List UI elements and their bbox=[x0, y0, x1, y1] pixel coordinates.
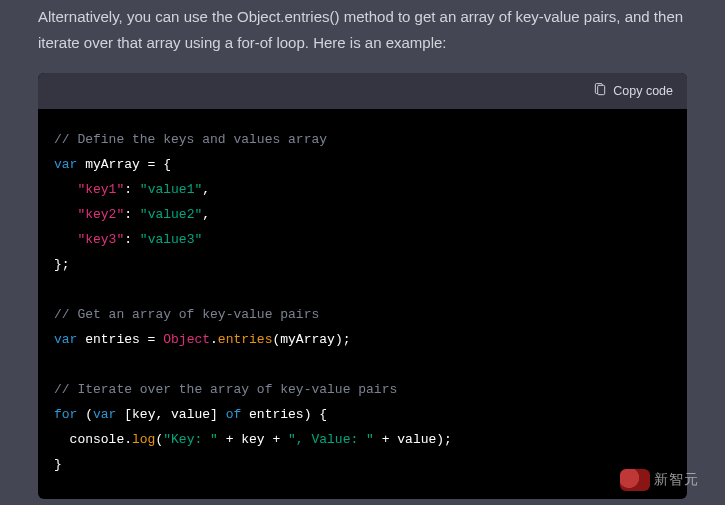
code-text: , bbox=[202, 207, 210, 222]
code-string: ", Value: " bbox=[288, 432, 374, 447]
code-comment: // Define the keys and values array bbox=[54, 132, 327, 147]
code-text: console. bbox=[54, 432, 132, 447]
svg-rect-0 bbox=[598, 85, 605, 94]
explanation-paragraph: Alternatively, you can use the Object.en… bbox=[38, 0, 687, 55]
code-text: }; bbox=[54, 257, 70, 272]
code-text: entries = bbox=[77, 332, 163, 347]
code-text: ( bbox=[77, 407, 93, 422]
copy-code-label: Copy code bbox=[613, 84, 673, 98]
code-keyword: var bbox=[54, 332, 77, 347]
code-text: + value); bbox=[374, 432, 452, 447]
code-text: } bbox=[54, 457, 62, 472]
code-comment: // Get an array of key-value pairs bbox=[54, 307, 319, 322]
code-keyword: var bbox=[54, 157, 77, 172]
code-header: Copy code bbox=[38, 73, 687, 109]
code-text: (myArray); bbox=[272, 332, 350, 347]
code-keyword: var bbox=[93, 407, 116, 422]
code-string: "Key: " bbox=[163, 432, 218, 447]
code-string: "value1" bbox=[140, 182, 202, 197]
code-text: . bbox=[210, 332, 218, 347]
code-object-key: "key2" bbox=[77, 207, 124, 222]
code-comment: // Iterate over the array of key-value p… bbox=[54, 382, 397, 397]
code-string: "value2" bbox=[140, 207, 202, 222]
code-content[interactable]: // Define the keys and values array var … bbox=[38, 109, 687, 499]
code-text: : bbox=[124, 182, 140, 197]
code-text: entries) { bbox=[241, 407, 327, 422]
code-text: myArray = { bbox=[77, 157, 171, 172]
code-text: , bbox=[202, 182, 210, 197]
code-string: "value3" bbox=[140, 232, 202, 247]
code-method: entries bbox=[218, 332, 273, 347]
code-text: + key + bbox=[218, 432, 288, 447]
code-method: log bbox=[132, 432, 155, 447]
code-text: : bbox=[124, 207, 140, 222]
code-object-key: "key3" bbox=[77, 232, 124, 247]
code-text: [key, value] bbox=[116, 407, 225, 422]
copy-code-button[interactable]: Copy code bbox=[593, 83, 673, 100]
code-builtin: Object bbox=[163, 332, 210, 347]
code-object-key: "key1" bbox=[77, 182, 124, 197]
code-keyword: for bbox=[54, 407, 77, 422]
clipboard-icon bbox=[593, 83, 607, 100]
message-container: Alternatively, you can use the Object.en… bbox=[0, 0, 725, 499]
code-block: Copy code // Define the keys and values … bbox=[38, 73, 687, 499]
code-keyword: of bbox=[226, 407, 242, 422]
code-text: : bbox=[124, 232, 140, 247]
